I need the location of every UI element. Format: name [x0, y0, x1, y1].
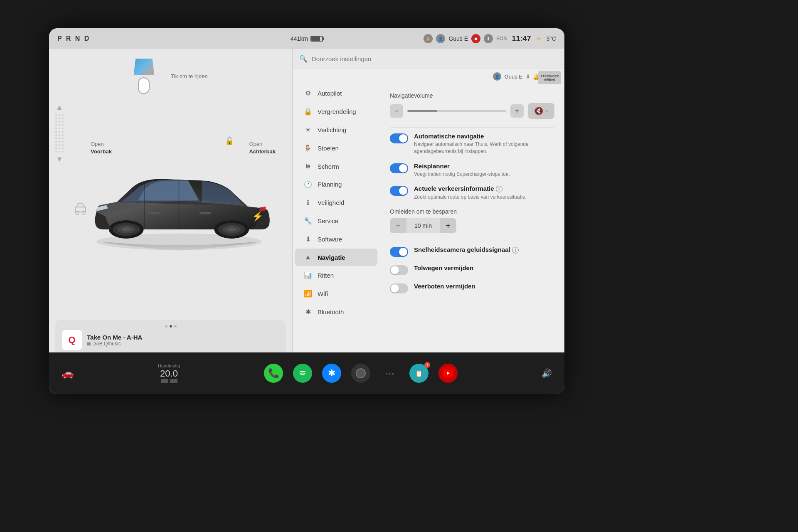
- menu-item-software[interactable]: ⬇Software: [295, 230, 377, 248]
- more-apps[interactable]: ···: [380, 364, 399, 383]
- menu-item-scherm[interactable]: 🖥Scherm: [295, 158, 377, 175]
- music-station: ▦ DAB Qmusic: [87, 341, 279, 347]
- bluetooth-app[interactable]: ✱: [322, 364, 341, 383]
- veiligheid-label: Veiligheid: [318, 199, 344, 206]
- menu-item-planning[interactable]: 🕐Planning: [295, 175, 377, 193]
- volume-plus-button[interactable]: +: [510, 104, 524, 118]
- wifi-icon: 📶: [303, 290, 313, 298]
- taskbar-center[interactable]: 📞 ✱ ··· 📋 1: [264, 364, 458, 383]
- notes-app[interactable]: 📋 1: [409, 364, 429, 383]
- toggles-container: Automatische navigatieNavigeer automatis…: [390, 133, 554, 201]
- reisplanner-desc: Voegt indien nodig Supercharger-stops to…: [414, 171, 554, 178]
- record-icon: ⏺: [471, 34, 480, 43]
- toggles-container-2: Snelheidscamera geluidssignaaliTolwegen …: [390, 246, 554, 293]
- detour-plus-button[interactable]: +: [440, 218, 456, 233]
- snelheidscamera-info-icon[interactable]: i: [512, 247, 519, 254]
- battery-icon: [310, 36, 323, 42]
- verkeersinfo-toggle[interactable]: [390, 186, 408, 196]
- scherm-label: Scherm: [318, 163, 339, 170]
- settings-sidebar: ⚙Autopilot🔒Vergrendeling☀Verlichting🪑Sto…: [293, 84, 380, 373]
- user-name: Guus E: [448, 35, 468, 42]
- reisplanner-toggle[interactable]: [390, 163, 408, 173]
- scherm-icon: 🖥: [303, 163, 313, 170]
- volume-minus-button[interactable]: −: [390, 104, 403, 118]
- menu-item-ritten[interactable]: 📊Ritten: [295, 266, 377, 284]
- music-info: Take On Me - A-HA ▦ DAB Qmusic: [87, 334, 279, 347]
- detour-minus-button[interactable]: −: [390, 218, 406, 233]
- auto_nav-desc: Navigeer automatisch naar Thuis, Werk of…: [414, 141, 554, 155]
- tolwegen-toggle[interactable]: [390, 265, 408, 275]
- charging-icon: ⚡: [252, 211, 263, 222]
- car-silhouette: [78, 149, 280, 257]
- wiper-control[interactable]: [133, 59, 154, 94]
- status-icons: 🔒 👤 Guus E ⏺ ⬇ SOS: [424, 34, 507, 43]
- camera-app[interactable]: [351, 364, 370, 383]
- status-center: 441km: [291, 35, 323, 42]
- temp-mode-label: Handmatig: [158, 363, 180, 368]
- menu-item-service[interactable]: 🔧Service: [295, 212, 377, 230]
- time-display: 11:47: [512, 34, 531, 43]
- search-icon: 🔍: [299, 55, 308, 63]
- music-top: Q Take On Me - A-HA ▦ DAB Qmusic: [62, 330, 279, 350]
- mute-button[interactable]: 🔇 ×: [528, 103, 554, 119]
- user-icon: 👤: [436, 34, 445, 43]
- car-top-section: Tik om te rijden: [49, 49, 292, 99]
- left-panel: Tik om te rijden ▲ ▼: [49, 49, 292, 373]
- qmusic-q-letter: Q: [68, 335, 75, 345]
- service-label: Service: [318, 217, 338, 224]
- temp-bottom: Handmatig 20.0: [158, 363, 180, 383]
- verkeersinfo-info-icon[interactable]: i: [496, 186, 502, 192]
- snelheidscamera-toggle[interactable]: [390, 247, 408, 257]
- autopilot-icon: ⚙: [303, 89, 313, 97]
- menu-item-verlichting[interactable]: ☀Verlichting: [295, 121, 377, 139]
- dab-icon: ▦: [87, 341, 91, 346]
- right-panel: 🔍 👤 Guus E ⬇ 🔔 📶 ⬛ PASSENGER AIRBAG ⚙Aut…: [293, 49, 564, 373]
- divider-2: [390, 241, 554, 241]
- search-bar[interactable]: 🔍: [293, 49, 564, 69]
- user-name-bar: Guus E: [505, 74, 522, 80]
- volume-slider[interactable]: [407, 110, 506, 112]
- volume-control[interactable]: − + 🔇 ×: [390, 103, 554, 119]
- autopilot-label: Autopilot: [318, 90, 342, 97]
- music-dots: [62, 325, 279, 328]
- music-title: Take On Me - A-HA: [87, 334, 279, 341]
- menu-item-navigatie[interactable]: ▲Navigatie: [295, 249, 377, 266]
- tolwegen-text: Tolwegen vermijden: [414, 264, 554, 273]
- status-right: 🔒 👤 Guus E ⏺ ⬇ SOS 11:47 ☀ 3°C: [424, 34, 556, 43]
- menu-item-wifi[interactable]: 📶Wifi: [295, 285, 377, 303]
- toggle-snelheidscamera: Snelheidscamera geluidssignaali: [390, 246, 554, 257]
- verlichting-label: Verlichting: [318, 126, 346, 133]
- toggle-tolwegen: Tolwegen vermijden: [390, 264, 554, 275]
- software-label: Software: [318, 236, 342, 243]
- auto_nav-title: Automatische navigatie: [414, 133, 554, 140]
- toggle-verkeersinfo: Actuele verkeersinformatieiZoekt optimal…: [390, 185, 554, 201]
- temp-value: 20.0: [160, 368, 178, 379]
- temperature-display: 3°C: [547, 35, 557, 42]
- auto_nav-toggle[interactable]: [390, 133, 408, 143]
- spotify-app[interactable]: [293, 364, 312, 383]
- menu-item-vergrendeling[interactable]: 🔒Vergrendeling: [295, 103, 377, 121]
- toggle-auto_nav: Automatische navigatieNavigeer automatis…: [390, 133, 554, 155]
- bluetooth-icon: ✱: [303, 308, 313, 316]
- lock-icon: 🔓: [225, 136, 234, 145]
- youtube-app[interactable]: [438, 364, 458, 383]
- toggle-veerboten: Veerboten vermijden: [390, 283, 554, 293]
- menu-item-veiligheid[interactable]: ℹVeiligheid: [295, 194, 377, 212]
- veerboten-toggle[interactable]: [390, 283, 408, 293]
- temp-icons: [161, 379, 177, 383]
- qmusic-logo: Q: [62, 330, 82, 350]
- menu-item-autopilot[interactable]: ⚙Autopilot: [295, 84, 377, 102]
- menu-item-stoelen[interactable]: 🪑Stoelen: [295, 139, 377, 157]
- search-input[interactable]: [312, 55, 558, 62]
- veiligheid-icon: ℹ: [303, 199, 313, 207]
- battery-info: 441km: [291, 35, 323, 42]
- phone-app[interactable]: 📞: [264, 364, 283, 383]
- stoelen-icon: 🪑: [303, 144, 313, 152]
- battery-km: 441km: [291, 35, 308, 42]
- car-image-area: Open Voorbak Open Achterbak 🔓: [66, 116, 284, 282]
- menu-item-bluetooth[interactable]: ✱Bluetooth: [295, 303, 377, 321]
- detour-control[interactable]: − 10 min +: [390, 218, 456, 233]
- veerboten-text: Veerboten vermijden: [414, 283, 554, 291]
- wiper-icon: [133, 59, 154, 75]
- toggle-reisplanner: ReisplannerVoegt indien nodig Supercharg…: [390, 163, 554, 178]
